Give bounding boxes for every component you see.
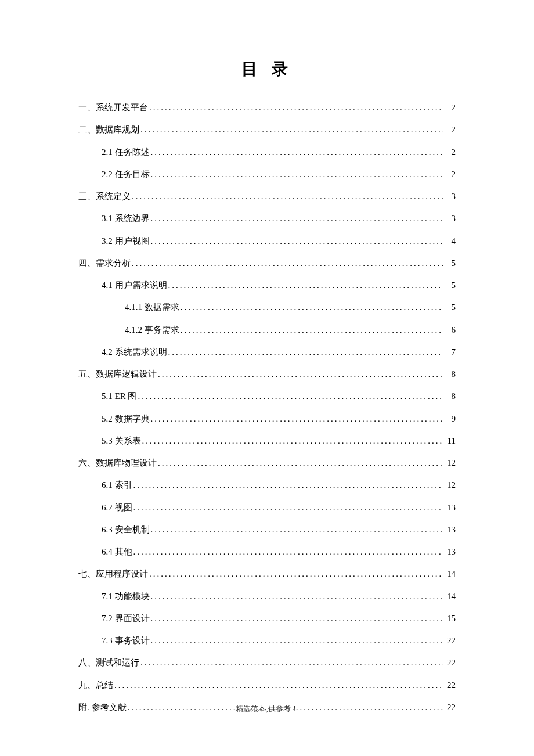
toc-entry: 2.1 任务陈述2 bbox=[78, 141, 456, 163]
toc-leader-dots bbox=[149, 96, 443, 118]
toc-entry: 5.2 数据字典9 bbox=[78, 408, 456, 430]
toc-entry-label: 4.1 用户需求说明 bbox=[102, 274, 167, 296]
toc-entry-page: 22 bbox=[444, 629, 456, 651]
toc-entry-page: 8 bbox=[444, 363, 456, 385]
toc-entry-label: 7.1 功能模块 bbox=[102, 585, 150, 607]
toc-entry-label: 3.1 系统边界 bbox=[102, 207, 150, 229]
toc-entry: 7.3 事务设计22 bbox=[78, 629, 456, 651]
toc-entry-page: 13 bbox=[444, 541, 456, 563]
toc-entry-label: 八、测试和运行 bbox=[78, 651, 139, 674]
toc-leader-dots bbox=[151, 519, 443, 541]
toc-entry: 7.1 功能模块14 bbox=[78, 585, 456, 607]
toc-entry: 4.1.1 数据需求5 bbox=[78, 296, 456, 318]
toc-leader-dots bbox=[151, 607, 443, 629]
toc-entry: 三、系统定义3 bbox=[78, 185, 456, 207]
toc-entry-page: 3 bbox=[444, 207, 456, 229]
toc-leader-dots bbox=[151, 408, 443, 430]
toc-leader-dots bbox=[168, 274, 443, 296]
toc-entry: 6.1 索引12 bbox=[78, 474, 456, 496]
toc-entry: 八、测试和运行22 bbox=[78, 651, 456, 674]
toc-entry-label: 五、数据库逻辑设计 bbox=[78, 363, 157, 385]
toc-entry-page: 2 bbox=[444, 163, 456, 185]
toc-entry-page: 2 bbox=[444, 141, 456, 163]
toc-leader-dots bbox=[151, 207, 443, 229]
toc-entry-label: 4.1.2 事务需求 bbox=[125, 319, 179, 341]
toc-leader-dots bbox=[181, 296, 443, 318]
toc-entry-page: 11 bbox=[444, 430, 456, 452]
toc-entry: 6.3 安全机制13 bbox=[78, 519, 456, 541]
toc-entry: 六、数据库物理设计12 bbox=[78, 452, 456, 474]
toc-entry: 七、应用程序设计14 bbox=[78, 563, 456, 585]
toc-entry-label: 6.3 安全机制 bbox=[102, 519, 150, 541]
toc-entry: 7.2 界面设计15 bbox=[78, 607, 456, 629]
toc-entry-page: 2 bbox=[444, 96, 456, 118]
toc-leader-dots bbox=[168, 341, 443, 363]
toc-leader-dots bbox=[151, 230, 443, 252]
toc-entry-page: 8 bbox=[444, 385, 456, 407]
toc-entry-label: 2.2 任务目标 bbox=[102, 163, 150, 185]
toc-entry-label: 4.1.1 数据需求 bbox=[125, 296, 179, 318]
toc-entry: 5.3 关系表11 bbox=[78, 430, 456, 452]
toc-title: 目 录 bbox=[78, 58, 456, 80]
toc-entry-label: 7.3 事务设计 bbox=[102, 629, 150, 651]
toc-entry: 4.1.2 事务需求6 bbox=[78, 319, 456, 341]
toc-entry-page: 5 bbox=[444, 252, 456, 274]
toc-entry-label: 7.2 界面设计 bbox=[102, 607, 150, 629]
toc-entry-page: 22 bbox=[444, 651, 456, 674]
toc-entry-page: 5 bbox=[444, 296, 456, 318]
document-page: 目 录 一、系统开发平台2二、数据库规划22.1 任务陈述22.2 任务目标2三… bbox=[0, 0, 534, 718]
toc-entry: 2.2 任务目标2 bbox=[78, 163, 456, 185]
toc-entry-label: 6.4 其他 bbox=[102, 541, 132, 563]
toc-entry-label: 四、需求分析 bbox=[78, 252, 131, 274]
toc-leader-dots bbox=[142, 430, 443, 452]
toc-leader-dots bbox=[151, 163, 443, 185]
toc-entry: 5.1 ER 图8 bbox=[78, 385, 456, 407]
toc-leader-dots bbox=[132, 185, 443, 207]
toc-leader-dots bbox=[181, 319, 443, 341]
toc-entry: 4.2 系统需求说明7 bbox=[78, 341, 456, 363]
toc-entry-page: 15 bbox=[444, 607, 456, 629]
toc-leader-dots bbox=[134, 541, 443, 563]
toc-entry: 4.1 用户需求说明5 bbox=[78, 274, 456, 296]
toc-entry: 一、系统开发平台2 bbox=[78, 96, 456, 118]
toc-entry-page: 13 bbox=[444, 519, 456, 541]
toc-entry-page: 3 bbox=[444, 185, 456, 207]
toc-leader-dots bbox=[151, 629, 443, 651]
toc-entry-label: 七、应用程序设计 bbox=[78, 563, 148, 585]
toc-leader-dots bbox=[134, 474, 443, 496]
toc-leader-dots bbox=[132, 252, 443, 274]
toc-entry-page: 14 bbox=[444, 563, 456, 585]
toc-entry-page: 14 bbox=[444, 585, 456, 607]
toc-entry-label: 三、系统定义 bbox=[78, 185, 131, 207]
toc-list: 一、系统开发平台2二、数据库规划22.1 任务陈述22.2 任务目标2三、系统定… bbox=[78, 96, 456, 718]
toc-leader-dots bbox=[134, 496, 443, 519]
toc-entry-label: 4.2 系统需求说明 bbox=[102, 341, 167, 363]
toc-entry-page: 5 bbox=[444, 274, 456, 296]
toc-entry: 四、需求分析5 bbox=[78, 252, 456, 274]
toc-leader-dots bbox=[149, 563, 443, 585]
toc-entry-page: 2 bbox=[444, 118, 456, 141]
toc-entry-label: 一、系统开发平台 bbox=[78, 96, 148, 118]
toc-entry: 6.4 其他13 bbox=[78, 541, 456, 563]
toc-leader-dots bbox=[151, 585, 443, 607]
toc-entry: 3.2 用户视图4 bbox=[78, 230, 456, 252]
toc-entry-label: 5.2 数据字典 bbox=[102, 408, 150, 430]
toc-entry: 6.2 视图13 bbox=[78, 496, 456, 519]
toc-leader-dots bbox=[114, 674, 443, 696]
toc-entry-label: 6.1 索引 bbox=[102, 474, 132, 496]
toc-entry-page: 22 bbox=[444, 674, 456, 696]
toc-leader-dots bbox=[140, 651, 443, 674]
toc-leader-dots bbox=[158, 452, 443, 474]
toc-entry-label: 5.1 ER 图 bbox=[102, 385, 136, 407]
toc-leader-dots bbox=[158, 363, 443, 385]
toc-entry-page: 4 bbox=[444, 230, 456, 252]
toc-leader-dots bbox=[140, 118, 443, 141]
toc-entry-label: 九、总结 bbox=[78, 674, 113, 696]
toc-entry-label: 3.2 用户视图 bbox=[102, 230, 150, 252]
toc-entry-label: 5.3 关系表 bbox=[102, 430, 141, 452]
toc-entry: 五、数据库逻辑设计8 bbox=[78, 363, 456, 385]
toc-entry: 3.1 系统边界3 bbox=[78, 207, 456, 229]
toc-entry-page: 13 bbox=[444, 496, 456, 519]
toc-entry-label: 2.1 任务陈述 bbox=[102, 141, 150, 163]
toc-entry-page: 12 bbox=[444, 474, 456, 496]
